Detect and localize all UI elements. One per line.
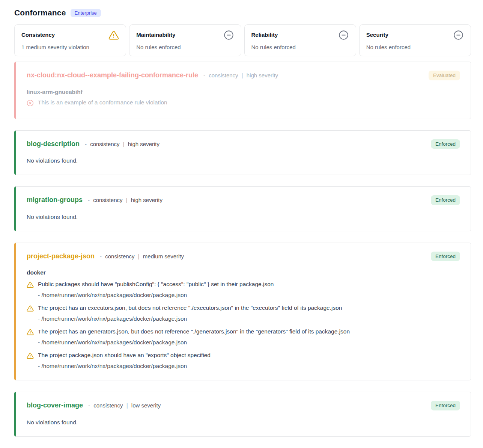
rule-severity: high severity <box>128 141 159 147</box>
violation-row: This is an example of a conformance rule… <box>27 99 460 107</box>
enterprise-badge: Enterprise <box>71 9 101 17</box>
summary-card-status: No rules enforced <box>366 44 464 50</box>
rule-meta: - consistency | high severity <box>83 141 159 147</box>
project-name: docker <box>27 269 460 276</box>
summary-card-header: Consistency <box>21 30 119 41</box>
rule-meta: - consistency | low severity <box>86 402 161 409</box>
summary-card-consistency: Consistency 1 medium severity violation <box>14 24 126 56</box>
summary-card-header: Reliability <box>251 30 349 41</box>
violation-message: Public packages should have "publishConf… <box>38 281 274 288</box>
pipe-separator: | <box>125 402 130 409</box>
rule-card-project-package-json: project-package-json - consistency | med… <box>14 243 471 381</box>
rule-category: consistency <box>209 72 238 78</box>
status-badge: Enforced <box>431 139 460 149</box>
violation-message: This is an example of a conformance rule… <box>38 99 167 106</box>
page-header: Conformance Enterprise <box>14 8 471 17</box>
rule-header: nx-cloud:nx-cloud--example-failing-confo… <box>27 71 460 81</box>
summary-card-status: No rules enforced <box>251 44 349 50</box>
rule-header: blog-description - consistency | high se… <box>27 140 460 150</box>
pipe-separator: | <box>124 197 129 203</box>
warning-triangle-icon <box>27 305 34 312</box>
violation-message: The project has an executors.json, but d… <box>38 305 342 311</box>
page-title: Conformance <box>14 8 66 17</box>
rule-result-text: No violations found. <box>27 419 460 426</box>
rule-meta: - consistency | medium severity <box>98 253 184 259</box>
summary-card-title: Consistency <box>21 30 55 38</box>
violation-row: The project has an generators.json, but … <box>27 328 460 346</box>
violation-path: - /home/runner/work/nx/nx/packages/docke… <box>38 315 460 322</box>
status-badge: Enforced <box>431 401 460 410</box>
rule-name-link[interactable]: nx-cloud:nx-cloud--example-failing-confo… <box>27 71 198 79</box>
status-badge: Enforced <box>431 252 460 261</box>
rule-meta: - consistency | high severity <box>86 197 163 203</box>
minus-circle-icon <box>453 30 464 41</box>
summary-card-status: No rules enforced <box>136 44 234 50</box>
dash-separator: - <box>98 253 104 259</box>
rule-name-link[interactable]: blog-description <box>27 140 80 148</box>
rule-severity: high severity <box>247 72 278 78</box>
rule-category: consistency <box>90 141 119 147</box>
rule-card-migration-groups: migration-groups - consistency | high se… <box>14 186 471 231</box>
rule-card-blog-cover-image: blog-cover-image - consistency | low sev… <box>14 392 471 437</box>
warning-triangle-icon <box>108 30 119 41</box>
x-circle-icon <box>27 100 34 107</box>
violation-path: - /home/runner/work/nx/nx/packages/docke… <box>38 363 460 370</box>
summary-card-title: Reliability <box>251 30 278 38</box>
dash-separator: - <box>202 72 207 78</box>
violation-message: The project has an generators.json, but … <box>38 328 350 335</box>
summary-card-status: 1 medium severity violation <box>21 44 119 50</box>
rule-header: project-package-json - consistency | med… <box>27 252 460 262</box>
rule-severity: low severity <box>131 402 161 409</box>
summary-card-title: Security <box>366 30 388 38</box>
rule-meta: - consistency | high severity <box>202 72 278 78</box>
rule-card-example-failing: nx-cloud:nx-cloud--example-failing-confo… <box>14 62 471 119</box>
conformance-page: Conformance Enterprise Consistency 1 med… <box>0 0 483 448</box>
pipe-separator: | <box>136 253 141 259</box>
rule-result-text: No violations found. <box>27 214 460 220</box>
summary-card-header: Security <box>366 30 464 41</box>
summary-card-header: Maintainability <box>136 30 234 41</box>
rule-severity: high severity <box>131 197 163 203</box>
rule-name-link[interactable]: project-package-json <box>27 252 95 260</box>
rule-header: migration-groups - consistency | high se… <box>27 196 460 206</box>
warning-triangle-icon <box>27 352 34 359</box>
warning-triangle-icon <box>27 281 34 288</box>
violation-row: The project has an executors.json, but d… <box>27 305 460 322</box>
rule-severity: medium severity <box>143 253 184 259</box>
rule-name-link[interactable]: blog-cover-image <box>27 401 83 409</box>
project-name: linux-arm-gnueabihf <box>27 89 460 95</box>
status-badge: Enforced <box>431 195 460 205</box>
dash-separator: - <box>86 402 92 409</box>
violation-path: - /home/runner/work/nx/nx/packages/docke… <box>38 339 460 346</box>
summary-card-security: Security No rules enforced <box>359 24 471 56</box>
violation-row: The project package.json should have an … <box>27 352 460 370</box>
rule-header: blog-cover-image - consistency | low sev… <box>27 401 460 411</box>
rule-category: consistency <box>105 253 134 259</box>
summary-card-reliability: Reliability No rules enforced <box>244 24 356 56</box>
violation-message: The project package.json should have an … <box>38 352 211 359</box>
violation-row: Public packages should have "publishConf… <box>27 281 460 299</box>
rule-result-text: No violations found. <box>27 157 460 164</box>
summary-card-maintainability: Maintainability No rules enforced <box>129 24 241 56</box>
dash-separator: - <box>83 141 89 147</box>
rule-card-blog-description: blog-description - consistency | high se… <box>14 130 471 175</box>
summary-row: Consistency 1 medium severity violation … <box>14 24 471 56</box>
minus-circle-icon <box>224 30 234 41</box>
violation-list: Public packages should have "publishConf… <box>27 281 460 370</box>
violation-path: - /home/runner/work/nx/nx/packages/docke… <box>38 292 460 299</box>
summary-card-title: Maintainability <box>136 30 175 38</box>
dash-separator: - <box>86 197 92 203</box>
status-badge: Evaluated <box>429 71 460 80</box>
minus-circle-icon <box>339 30 349 41</box>
rule-category: consistency <box>93 402 123 409</box>
rule-category: consistency <box>93 197 122 203</box>
pipe-separator: | <box>240 72 245 78</box>
rule-name-link[interactable]: migration-groups <box>27 196 83 204</box>
pipe-separator: | <box>121 141 126 147</box>
warning-triangle-icon <box>27 329 34 336</box>
